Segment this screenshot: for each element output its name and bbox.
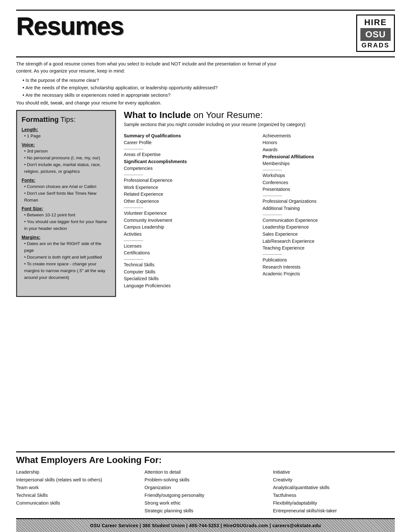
employer-item: Flexibility/adaptability: [273, 499, 395, 507]
include-item: Professional Organizations: [263, 198, 395, 205]
include-group-4: Volunteer Experience Community Involveme…: [124, 210, 256, 238]
include-item: Other Experience: [124, 198, 256, 205]
fmt-label-voice: Voice:: [22, 142, 111, 147]
include-item: Additional Training: [263, 205, 395, 212]
include-item: Academic Projects: [263, 271, 395, 278]
employer-item: Friendly/outgoing personality: [144, 492, 266, 499]
include-right-col: Achievements Honors Awards Professional …: [263, 133, 395, 292]
include-subtitle: Sample sections that you might consider …: [124, 122, 395, 128]
include-item: Activities: [124, 231, 256, 238]
intro-paragraph: The strength of a good resume comes from…: [16, 61, 290, 75]
logo-osu-text: OSU: [365, 29, 386, 40]
logo-grads: GRADS: [360, 42, 391, 49]
fmt-list-length: 1 Page: [24, 133, 111, 140]
formatting-title-light: Tips:: [59, 115, 76, 123]
include-group-r3: Professional Organizations Additional Tr…: [263, 198, 395, 212]
include-divider: [124, 175, 143, 175]
fmt-item: To create more space - change your margi…: [24, 261, 111, 281]
logo-hire: HIRE: [360, 17, 391, 27]
include-item: Competencies: [124, 165, 256, 172]
include-divider: [263, 170, 282, 170]
employers-col-3: Initiative Creativity Analytical/quantit…: [273, 468, 395, 515]
include-item: Computer Skills: [124, 269, 256, 276]
fmt-item: Between 10-12 point font: [24, 212, 111, 219]
include-item: Teaching Experience: [263, 245, 395, 252]
fmt-list-fonts: Common choices are Arial or Calibri Don'…: [24, 183, 111, 204]
include-item: Campus Leadership: [124, 224, 256, 231]
include-item: Communication Experience: [263, 217, 395, 224]
include-group-1: Summary of Qualifications Career Profile: [124, 133, 256, 146]
employer-item: Analytical/quantitative skills: [273, 484, 395, 492]
employer-item: Technical Skills: [16, 492, 138, 499]
include-item: Certifications: [124, 250, 256, 257]
main-title: Resumes: [16, 13, 123, 38]
include-item: Significant Accomplishments: [124, 158, 256, 165]
employers-section: What Employers Are Looking For: Leadersh…: [16, 451, 395, 518]
include-divider: [124, 241, 143, 241]
fmt-item: Don't use Serif fonts like Times New Rom…: [24, 190, 111, 204]
employer-item: Tactfulness: [273, 492, 395, 499]
employers-title: What Employers Are Looking For:: [16, 455, 395, 465]
include-item: Memberships: [263, 160, 395, 167]
intro-bullet-1: Is the purpose of the resume clear?: [23, 77, 395, 84]
employer-item: Entrepreneurial skills/risk-taker: [273, 507, 395, 515]
employers-title-bold: What Employers: [16, 455, 87, 465]
include-item: Volunteer Experience: [124, 210, 256, 217]
include-group-r2: Workshops Conferences Presentations: [263, 172, 395, 193]
fmt-item: 3rd person: [24, 148, 111, 155]
fmt-list-voice: 3rd person No personal pronouns (I, me, …: [24, 148, 111, 175]
include-item: Licenses: [124, 243, 256, 250]
include-divider: [263, 254, 282, 255]
formatting-box: Formatting Tips: Length: 1 Page Voice: 3…: [16, 110, 116, 297]
include-item: Conferences: [263, 179, 395, 186]
include-item: Career Profile: [124, 139, 256, 146]
include-item: Technical Skills: [124, 261, 256, 269]
header: Resumes HIRE OSU GRADS: [16, 10, 395, 52]
include-group-2: Areas of Expertise Significant Accomplis…: [124, 151, 256, 172]
include-group-5: Licenses Certifications: [124, 243, 256, 257]
fmt-item: 1 Page: [24, 133, 111, 140]
title-block: Resumes: [16, 13, 123, 38]
include-item: Areas of Expertise: [124, 151, 256, 158]
include-divider: [263, 196, 282, 196]
include-item: Workshops: [263, 172, 395, 179]
fmt-label-margins: Margins:: [22, 235, 111, 240]
employer-item: Interpersonal skills (relates well to ot…: [16, 476, 138, 484]
include-divider: [124, 208, 143, 208]
employer-item: Problem-solving skills: [144, 476, 266, 484]
fmt-item: No personal pronouns (I, me, my, our): [24, 155, 111, 162]
include-title-light: on Your Resume:: [191, 110, 263, 120]
fmt-list-margins: Dates are on the far RIGHT side of the p…: [24, 241, 111, 281]
include-left-col: Summary of Qualifications Career Profile…: [124, 133, 256, 292]
include-item: Presentations: [263, 186, 395, 193]
include-item: Related Experience: [124, 191, 256, 198]
include-cols: Summary of Qualifications Career Profile…: [124, 133, 395, 292]
footer-text: OSU Career Services | 360 Student Union …: [90, 523, 321, 528]
left-col: Formatting Tips: Length: 1 Page Voice: 3…: [16, 110, 116, 448]
include-item: Research Interests: [263, 264, 395, 271]
fmt-item: You should use bigger font for your Name…: [24, 219, 111, 232]
include-divider: [263, 215, 282, 215]
include-group-r4: Communication Experience Leadership Expe…: [263, 217, 395, 252]
employer-item: Initiative: [273, 468, 395, 476]
include-item: Language Proficiencies: [124, 282, 256, 290]
fmt-list-fontsize: Between 10-12 point font You should use …: [24, 212, 111, 232]
employer-item: Leadership: [16, 468, 138, 476]
include-item: Sales Experience: [263, 231, 395, 238]
fmt-label-length: Length:: [22, 127, 111, 132]
intro-bullet-3: Are the necessary skills or experiences …: [23, 92, 395, 99]
logo-box: HIRE OSU GRADS: [356, 15, 395, 52]
include-item: Honors: [263, 139, 395, 146]
fmt-item: Dates are on the far RIGHT side of the p…: [24, 241, 111, 254]
footer: OSU Career Services | 360 Student Union …: [16, 518, 395, 532]
right-col: What to Include on Your Resume: Sample s…: [124, 110, 395, 448]
include-group-r1: Achievements Honors Awards Professional …: [263, 133, 395, 167]
include-item: Specialized Skills: [124, 275, 256, 282]
employer-item: Team work: [16, 484, 138, 492]
fmt-item: Common choices are Arial or Calibri: [24, 183, 111, 190]
employers-col-2: Attention to detail Problem-solving skil…: [144, 468, 266, 515]
employer-item: Strategic planning skills: [144, 507, 266, 515]
include-group-r5: Publications Research Interests Academic…: [263, 257, 395, 278]
page: Resumes HIRE OSU GRADS The strength of a…: [0, 0, 411, 532]
employer-item: Strong work ethic: [144, 499, 266, 507]
